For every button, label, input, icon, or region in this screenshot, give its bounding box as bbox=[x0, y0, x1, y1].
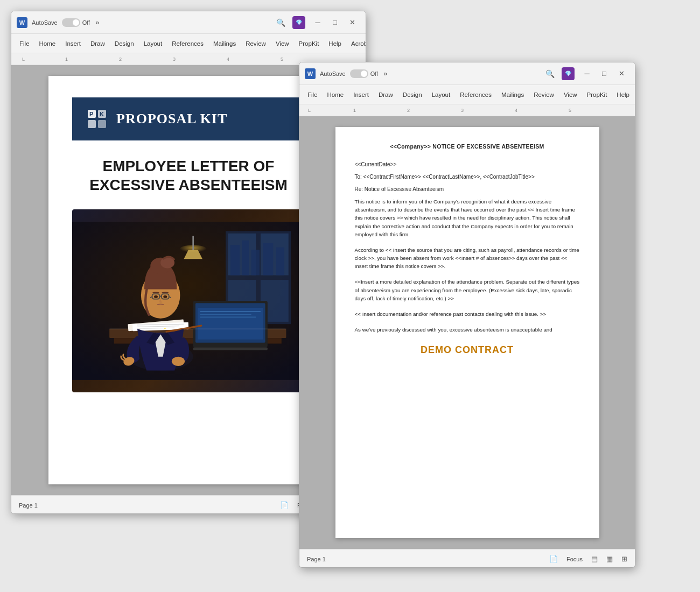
svg-rect-15 bbox=[251, 250, 260, 276]
svg-rect-28 bbox=[200, 316, 256, 318]
close-btn-front[interactable]: ✕ bbox=[613, 67, 629, 80]
doc-view-icon-front[interactable]: 📄 bbox=[549, 555, 558, 563]
proposal-kit-icon-back: 💎 bbox=[292, 16, 305, 29]
ruler-mark-f3: 3 bbox=[461, 108, 464, 113]
ribbon-tab-view-front[interactable]: View bbox=[560, 89, 581, 100]
ruler-front: L 1 2 3 4 5 bbox=[299, 104, 635, 116]
ribbon-tab-file-back[interactable]: File bbox=[16, 38, 33, 49]
svg-rect-26 bbox=[200, 311, 261, 312]
autosave-toggle-back[interactable]: Off bbox=[62, 18, 90, 27]
doc-to-line: To: <<ContractFirstName>> <<ContractLast… bbox=[355, 173, 580, 181]
svg-rect-27 bbox=[200, 314, 251, 315]
ribbon-tab-help-front[interactable]: Help bbox=[613, 89, 633, 100]
window-controls-back: ─ □ ✕ bbox=[310, 16, 360, 29]
svg-rect-4 bbox=[98, 120, 106, 128]
doc-re-line: Re: Notice of Excessive Absenteeism bbox=[355, 185, 580, 193]
cover-page: P K PROPOSAL KIT EMPLOYEE LETTER OF EXCE… bbox=[48, 76, 328, 484]
layout2-icon-front[interactable]: ▦ bbox=[606, 555, 613, 563]
page-label-back: Page 1 bbox=[19, 502, 38, 509]
word-window-front: W AutoSave Off » 🔍 💎 ─ □ ✕ File Home Ins… bbox=[299, 62, 635, 568]
maximize-btn-front[interactable]: □ bbox=[596, 67, 612, 80]
ribbon-tab-prop-front[interactable]: PropKit bbox=[583, 89, 611, 100]
svg-rect-13 bbox=[230, 245, 240, 275]
ribbon-tab-insert-front[interactable]: Insert bbox=[349, 89, 373, 100]
svg-rect-17 bbox=[276, 248, 284, 276]
autosave-label-back: AutoSave bbox=[32, 19, 58, 26]
ribbon-tab-help-back[interactable]: Help bbox=[325, 38, 345, 49]
doc-para-4: << Insert documentation and/or reference… bbox=[355, 310, 580, 318]
page-label-front: Page 1 bbox=[307, 556, 326, 562]
svg-rect-51 bbox=[109, 328, 286, 329]
ribbon-tab-review-front[interactable]: Review bbox=[530, 89, 558, 100]
ribbon-tab-ref-front[interactable]: References bbox=[456, 89, 495, 100]
ruler-mark-4: 4 bbox=[227, 57, 229, 62]
window-controls-front: ─ □ ✕ bbox=[579, 67, 629, 80]
ribbon-tab-file-front[interactable]: File bbox=[304, 89, 321, 100]
title-bar-front: W AutoSave Off » 🔍 💎 ─ □ ✕ bbox=[299, 62, 635, 85]
ruler-mark-f2: 2 bbox=[407, 108, 410, 113]
ribbon-tab-home-back[interactable]: Home bbox=[36, 38, 60, 49]
ribbon-tab-view-back[interactable]: View bbox=[272, 38, 293, 49]
search-icon-front[interactable]: 🔍 bbox=[542, 67, 557, 80]
doc-view-icon-back[interactable]: 📄 bbox=[280, 501, 289, 509]
svg-point-39 bbox=[172, 357, 185, 366]
proposal-kit-icon-front: 💎 bbox=[562, 67, 575, 80]
ribbon-tab-design-front[interactable]: Design bbox=[399, 89, 426, 100]
svg-rect-25 bbox=[198, 308, 263, 340]
ruler-mark-f0: L bbox=[308, 108, 311, 113]
autosave-label-front: AutoSave bbox=[320, 71, 346, 77]
svg-text:P: P bbox=[89, 111, 93, 117]
ribbon-tab-ref-back[interactable]: References bbox=[168, 38, 207, 49]
doc-header: <<Company>> NOTICE OF EXCESSIVE ABSENTEE… bbox=[355, 143, 580, 150]
ruler-mark-1: 1 bbox=[65, 57, 68, 62]
ribbon-back: File Home Insert Draw Design Layout Refe… bbox=[11, 34, 366, 53]
ribbon-tab-review-back[interactable]: Review bbox=[242, 38, 270, 49]
cover-header: P K PROPOSAL KIT bbox=[72, 97, 305, 140]
maximize-btn-back[interactable]: □ bbox=[327, 16, 343, 29]
minimize-btn-back[interactable]: ─ bbox=[310, 16, 326, 29]
ribbon-tab-draw-back[interactable]: Draw bbox=[87, 38, 109, 49]
svg-point-50 bbox=[163, 295, 167, 298]
cover-image bbox=[72, 209, 305, 392]
ruler-mark-2: 2 bbox=[119, 57, 122, 62]
ribbon-tab-home-front[interactable]: Home bbox=[324, 89, 348, 100]
ribbon-tab-draw-front[interactable]: Draw bbox=[375, 89, 397, 100]
toggle-pill-back[interactable] bbox=[62, 18, 80, 27]
ruler-mark-f1: 1 bbox=[353, 108, 356, 113]
ribbon-tab-layout-front[interactable]: Layout bbox=[428, 89, 454, 100]
minimize-btn-front[interactable]: ─ bbox=[579, 67, 595, 80]
ribbon-front: File Home Insert Draw Design Layout Refe… bbox=[299, 85, 635, 104]
more-btn-back[interactable]: » bbox=[95, 18, 99, 26]
svg-rect-14 bbox=[242, 241, 249, 276]
doc-current-date: <<CurrentDate>> bbox=[355, 160, 580, 168]
autosave-toggle-front[interactable]: Off bbox=[350, 69, 378, 78]
word-icon-front: W bbox=[305, 68, 316, 79]
ribbon-tab-acro-back[interactable]: Acrobat bbox=[347, 38, 366, 49]
search-icon-back[interactable]: 🔍 bbox=[273, 16, 288, 29]
more-btn-front[interactable]: » bbox=[383, 69, 387, 77]
doc-area-front: <<Company>> NOTICE OF EXCESSIVE ABSENTEE… bbox=[299, 116, 635, 549]
ribbon-tab-mail-back[interactable]: Mailings bbox=[209, 38, 240, 49]
ribbon-tab-insert-back[interactable]: Insert bbox=[61, 38, 85, 49]
ribbon-tab-layout-back[interactable]: Layout bbox=[140, 38, 166, 49]
layout-icon-front[interactable]: ▤ bbox=[591, 555, 598, 563]
cover-main-title: EMPLOYEE LETTER OF EXCESSIVE ABSENTEEISM bbox=[72, 157, 305, 194]
demo-contract-label: DEMO CONTRACT bbox=[355, 344, 580, 356]
ruler-mark-5: 5 bbox=[281, 57, 283, 62]
word-icon-back: W bbox=[17, 17, 27, 28]
doc-para-3: <<Insert a more detailed explanation of … bbox=[355, 278, 580, 302]
focus-label-front[interactable]: Focus bbox=[566, 556, 583, 562]
ribbon-tab-prop-back[interactable]: PropKit bbox=[295, 38, 323, 49]
svg-rect-3 bbox=[88, 120, 96, 128]
svg-point-49 bbox=[154, 295, 158, 298]
toggle-pill-front[interactable] bbox=[350, 69, 368, 78]
close-btn-back[interactable]: ✕ bbox=[344, 16, 360, 29]
toggle-state-front: Off bbox=[370, 71, 378, 77]
svg-rect-29 bbox=[193, 347, 268, 350]
svg-text:K: K bbox=[100, 111, 104, 117]
toggle-state-back: Off bbox=[82, 19, 90, 26]
cover-illustration bbox=[72, 209, 305, 392]
ribbon-tab-design-back[interactable]: Design bbox=[111, 38, 138, 49]
layout3-icon-front[interactable]: ⊞ bbox=[621, 555, 627, 563]
ribbon-tab-mail-front[interactable]: Mailings bbox=[498, 89, 528, 100]
